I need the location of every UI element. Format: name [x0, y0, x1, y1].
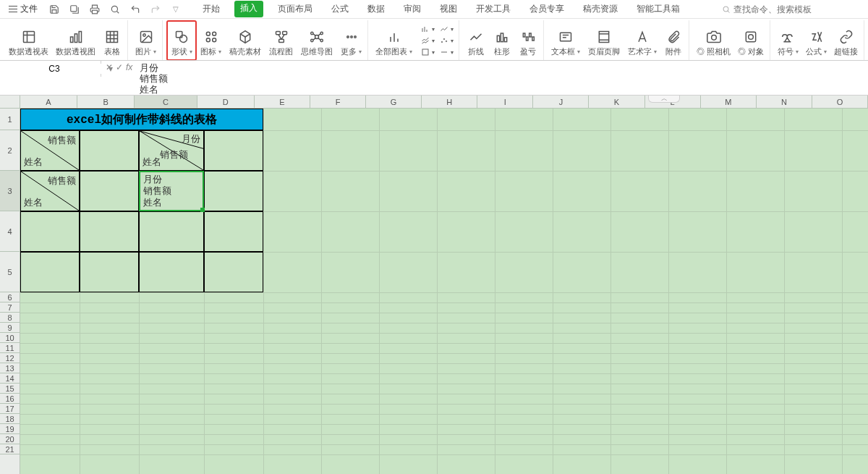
charts-button[interactable]: 全部图表	[373, 27, 415, 60]
print-icon[interactable]	[87, 2, 103, 17]
file-menu-button[interactable]: 文件	[4, 1, 42, 17]
formula-bar-collapse[interactable]: ︿	[648, 96, 680, 103]
row-header-19[interactable]: 19	[0, 424, 20, 434]
selected-cell[interactable]: 月份 销售额 姓名	[139, 171, 204, 211]
tab-开发工具[interactable]: 开发工具	[472, 1, 515, 17]
row-header-11[interactable]: 11	[0, 343, 20, 353]
fx-icon[interactable]: fx	[126, 62, 132, 72]
formula-text[interactable]: 月份 销售额 姓名	[137, 61, 868, 96]
tab-审阅[interactable]: 审阅	[399, 1, 425, 17]
tab-开始[interactable]: 开始	[198, 1, 224, 17]
col-header-E[interactable]: E	[255, 96, 310, 108]
table-cell[interactable]	[204, 130, 263, 171]
select-all-corner[interactable]	[0, 96, 20, 109]
save-icon[interactable]	[46, 2, 62, 17]
table-cell[interactable]	[20, 211, 80, 252]
chart-mini-icon[interactable]: ▾	[437, 35, 454, 46]
table-title[interactable]: excel如何制作带斜线的表格	[20, 109, 263, 130]
tab-插入[interactable]: 插入	[234, 1, 263, 17]
col-header-A[interactable]: A	[20, 96, 77, 108]
chart-mini-icon[interactable]: ▾	[418, 35, 435, 46]
row-header-8[interactable]: 8	[0, 313, 20, 323]
row-header-18[interactable]: 18	[0, 414, 20, 424]
wordart-button[interactable]: 艺术字	[625, 27, 660, 60]
shapes-button[interactable]: 形状	[167, 21, 196, 60]
grid-cells[interactable]: excel如何制作带斜线的表格姓名销售额姓名销售额月份姓名销售额月份 销售额 姓…	[20, 109, 868, 474]
row-header-1[interactable]: 1	[0, 109, 20, 130]
col-header-K[interactable]: K	[589, 96, 644, 108]
row-header-6[interactable]: 6	[0, 292, 20, 302]
row-header-7[interactable]: 7	[0, 302, 20, 313]
chart-mini-icon[interactable]: ▾	[437, 47, 454, 57]
icons-button[interactable]: 图标	[197, 27, 224, 60]
row-header-21[interactable]: 21	[0, 444, 20, 454]
col-header-F[interactable]: F	[310, 96, 366, 108]
col-header-O[interactable]: O	[812, 96, 868, 108]
row-header-5[interactable]: 5	[0, 252, 20, 292]
col-header-D[interactable]: D	[197, 96, 255, 108]
undo-button[interactable]	[127, 2, 143, 17]
equation-button[interactable]: 公式	[803, 27, 830, 60]
more-button[interactable]: 更多	[338, 27, 365, 60]
assets-button[interactable]: 稿壳素材	[226, 27, 265, 60]
tab-公式[interactable]: 公式	[327, 1, 353, 17]
tab-稿壳资源[interactable]: 稿壳资源	[579, 1, 622, 17]
row-header-3[interactable]: 3	[0, 171, 20, 211]
textbox-button[interactable]: 文本框	[548, 27, 583, 60]
row-header-9[interactable]: 9	[0, 323, 20, 333]
col-header-N[interactable]: N	[757, 96, 812, 108]
row-header-17[interactable]: 17	[0, 404, 20, 414]
table-cell[interactable]	[204, 252, 263, 292]
hyperlink-button[interactable]: 超链接	[831, 27, 861, 60]
table-cell[interactable]: 姓名销售额月份	[139, 130, 204, 171]
flowchart-button[interactable]: 流程图	[266, 27, 296, 60]
mindmap-button[interactable]: 思维导图	[297, 27, 336, 60]
tab-会员专享[interactable]: 会员专享	[525, 1, 569, 17]
header-footer-button[interactable]: 页眉页脚	[584, 27, 624, 60]
col-header-J[interactable]: J	[533, 96, 589, 108]
row-header-2[interactable]: 2	[0, 130, 20, 171]
object-button[interactable]: ◎ 对象	[735, 27, 767, 60]
col-header-I[interactable]: I	[477, 96, 533, 108]
col-header-B[interactable]: B	[77, 96, 135, 108]
symbol-button[interactable]: 符号	[775, 27, 801, 60]
table-cell[interactable]	[20, 252, 80, 292]
enter-icon[interactable]: ✓	[116, 62, 123, 72]
cancel-icon[interactable]: ✕	[106, 62, 113, 72]
row-header-10[interactable]: 10	[0, 333, 20, 343]
qat-dropdown[interactable]: ▽	[168, 2, 184, 17]
print-preview-icon[interactable]	[107, 2, 123, 17]
row-header-15[interactable]: 15	[0, 384, 20, 394]
tab-数据[interactable]: 数据	[363, 1, 389, 17]
image-button[interactable]: 图片	[132, 27, 159, 60]
table-cell[interactable]	[204, 211, 263, 252]
col-header-G[interactable]: G	[366, 96, 422, 108]
redo-button[interactable]	[148, 2, 163, 17]
sparkline-bar-button[interactable]: 柱形	[490, 27, 514, 60]
camera-button[interactable]: ◎ 照相机	[694, 27, 733, 60]
table-cell[interactable]: 姓名销售额	[20, 130, 80, 171]
pivot-chart-button[interactable]: 数据透视图	[53, 27, 98, 60]
table-cell[interactable]	[204, 171, 263, 211]
row-header-12[interactable]: 12	[0, 353, 20, 363]
row-header-14[interactable]: 14	[0, 373, 20, 384]
table-cell[interactable]	[139, 211, 204, 252]
attachment-button[interactable]: 附件	[661, 27, 686, 60]
search-box[interactable]	[722, 4, 864, 14]
table-cell[interactable]	[80, 252, 139, 292]
chart-mini-icon[interactable]: ▾	[418, 24, 435, 34]
chart-mini-icon[interactable]: ▾	[437, 24, 454, 34]
col-header-H[interactable]: H	[422, 96, 477, 108]
table-cell[interactable]	[80, 171, 139, 211]
row-header-13[interactable]: 13	[0, 363, 20, 373]
chart-mini-icon[interactable]: ▾	[418, 47, 435, 57]
table-cell[interactable]: 姓名销售额	[20, 171, 80, 211]
sparkline-line-button[interactable]: 折线	[464, 27, 488, 60]
pivot-table-button[interactable]: 数据透视表	[6, 27, 51, 60]
tab-页面布局[interactable]: 页面布局	[273, 1, 317, 17]
row-header-4[interactable]: 4	[0, 211, 20, 252]
spreadsheet[interactable]: ABCDEFGHIJKLMNO 123456789101112131415161…	[0, 96, 868, 474]
row-header-20[interactable]: 20	[0, 434, 20, 444]
row-header-16[interactable]: 16	[0, 394, 20, 404]
table-button[interactable]: 表格	[100, 27, 124, 60]
